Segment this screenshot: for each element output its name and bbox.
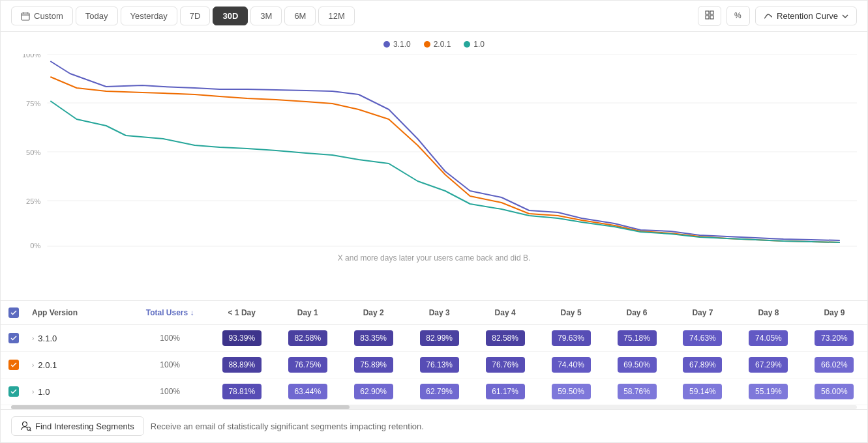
cell-value: 75.18% <box>618 330 657 346</box>
3m-button[interactable]: 3M <box>250 7 282 25</box>
th-day4: Day 4 <box>472 301 538 325</box>
th-app-version: App Version <box>27 301 131 325</box>
percent-icon-button[interactable]: % <box>726 6 750 26</box>
find-segments-button[interactable]: Find Interesting Segments <box>11 416 144 436</box>
day-cell-4: 61.17% <box>472 379 538 405</box>
cell-value: 61.17% <box>486 384 525 399</box>
7d-button[interactable]: 7D <box>180 7 211 25</box>
day-cell-1: 63.44% <box>275 379 340 405</box>
version-label: 2.0.1 <box>38 360 57 370</box>
day-cell-6: 69.50% <box>604 352 670 379</box>
row-checkbox-cell <box>1 325 27 352</box>
row-version-cell: › 1.0 <box>27 379 131 405</box>
select-all-checkbox[interactable] <box>8 307 19 318</box>
expand-arrow[interactable]: › <box>32 388 34 395</box>
12m-button[interactable]: 12M <box>318 7 354 25</box>
table-row: › 2.0.1 100% 88.89% 76.75% 75.89% 76.13%… <box>1 352 867 379</box>
day-cell-4: 82.58% <box>472 325 538 352</box>
svg-rect-6 <box>706 16 709 19</box>
th-checkbox <box>1 301 27 325</box>
th-day8: Day 8 <box>736 301 801 325</box>
cell-value: 59.14% <box>683 384 722 399</box>
svg-rect-4 <box>706 11 709 14</box>
svg-line-36 <box>30 430 31 431</box>
cell-value: 79.63% <box>552 330 591 346</box>
day-cell-0: 78.81% <box>209 379 275 405</box>
table-container[interactable]: App Version Total Users ↓ < 1 Day Day 1 … <box>1 300 867 405</box>
chart-svg: 100% 75% 50% 25% 0% < 1 Day Day 2 Day 4 … <box>11 54 857 250</box>
svg-rect-5 <box>710 11 713 14</box>
30d-button[interactable]: 30D <box>213 7 248 25</box>
cell-value: 69.50% <box>618 357 657 373</box>
table-body: › 3.1.0 100% 93.39% 82.58% 83.35% 82.99%… <box>1 325 867 405</box>
svg-text:0%: 0% <box>30 242 40 250</box>
expand-arrow[interactable]: › <box>32 362 34 369</box>
row-checkbox-cell <box>1 352 27 379</box>
day-cell-1: 82.58% <box>275 325 340 352</box>
row-checkbox[interactable] <box>8 333 19 343</box>
svg-point-34 <box>23 422 27 427</box>
calendar-icon <box>21 12 30 21</box>
scrollbar-thumb[interactable] <box>11 405 350 409</box>
cell-value: 58.76% <box>618 384 657 399</box>
th-day1: Day 1 <box>275 301 340 325</box>
retention-table: App Version Total Users ↓ < 1 Day Day 1 … <box>1 300 867 405</box>
legend-item-v201: 2.0.1 <box>424 40 451 49</box>
svg-text:%: % <box>734 11 741 20</box>
today-button[interactable]: Today <box>76 7 118 25</box>
day-cell-2: 62.90% <box>340 379 406 405</box>
svg-text:75%: 75% <box>26 100 40 107</box>
table-header-row: App Version Total Users ↓ < 1 Day Day 1 … <box>1 301 867 325</box>
row-checkbox[interactable] <box>8 386 19 397</box>
6m-button[interactable]: 6M <box>284 7 316 25</box>
legend-dot-v10 <box>464 41 470 48</box>
cell-value: 55.19% <box>749 384 788 399</box>
svg-text:50%: 50% <box>26 149 40 156</box>
th-lt1day: < 1 Day <box>209 301 275 325</box>
cell-value: 73.20% <box>815 330 854 346</box>
person-search-icon <box>21 421 31 431</box>
svg-point-35 <box>27 427 31 431</box>
yesterday-button[interactable]: Yesterday <box>121 7 177 25</box>
row-checkbox[interactable] <box>8 360 19 370</box>
th-total-users[interactable]: Total Users ↓ <box>131 301 209 325</box>
day-cell-5: 74.40% <box>538 352 604 379</box>
horizontal-scrollbar[interactable] <box>11 405 857 409</box>
cell-value: 82.58% <box>486 330 525 346</box>
custom-date-button[interactable]: Custom <box>11 7 73 25</box>
th-day6: Day 6 <box>604 301 670 325</box>
cell-value: 62.90% <box>354 384 393 399</box>
th-day2: Day 2 <box>340 301 406 325</box>
svg-text:100%: 100% <box>22 54 40 59</box>
day-cell-3: 76.13% <box>406 352 472 379</box>
day-cell-9: 73.20% <box>801 325 867 352</box>
day-cell-8: 55.19% <box>736 379 801 405</box>
total-pct: 100% <box>160 360 180 369</box>
chevron-down-icon <box>842 14 848 18</box>
cell-value: 76.13% <box>420 357 459 373</box>
date-filter-group: Custom Today Yesterday 7D 30D 3M 6M 12M <box>11 7 695 25</box>
retention-curve-dropdown[interactable]: Retention Curve <box>755 7 857 25</box>
svg-rect-7 <box>710 16 713 19</box>
cell-value: 67.29% <box>749 357 788 373</box>
day-cell-3: 82.99% <box>406 325 472 352</box>
day-cell-3: 62.79% <box>406 379 472 405</box>
row-total-cell: 100% <box>131 379 209 405</box>
cell-value: 75.89% <box>354 357 393 373</box>
row-version-cell: › 3.1.0 <box>27 325 131 352</box>
toolbar: Custom Today Yesterday 7D 30D 3M 6M 12M <box>1 1 867 32</box>
expand-arrow[interactable]: › <box>32 335 34 342</box>
svg-text:25%: 25% <box>26 197 40 205</box>
version-label: 3.1.0 <box>38 334 57 343</box>
checkmark-icon <box>10 310 17 315</box>
day-cell-5: 59.50% <box>538 379 604 405</box>
grid-icon-button[interactable] <box>698 6 721 26</box>
th-day3: Day 3 <box>406 301 472 325</box>
day-cell-0: 93.39% <box>209 325 275 352</box>
th-day7: Day 7 <box>670 301 736 325</box>
cell-value: 66.02% <box>815 357 854 373</box>
day-cell-7: 67.89% <box>670 352 736 379</box>
cell-value: 76.76% <box>486 357 525 373</box>
grid-icon <box>705 10 714 20</box>
curve-icon <box>764 13 773 20</box>
